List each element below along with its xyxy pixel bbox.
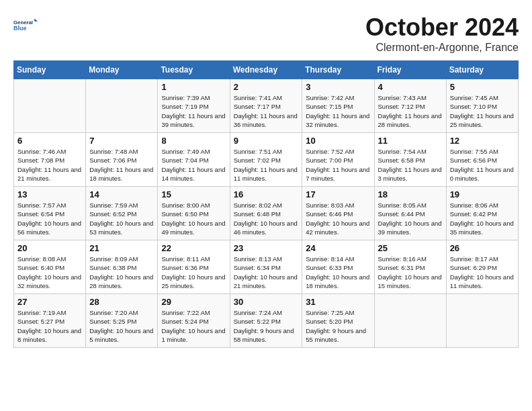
calendar-day-cell: 10Sunrise: 7:52 AM Sunset: 7:00 PM Dayli… — [302, 133, 374, 187]
day-number: 27 — [17, 297, 82, 307]
page-header: General Blue October 2024 Clermont-en-Ar… — [13, 13, 519, 54]
calendar-day-cell: 6Sunrise: 7:46 AM Sunset: 7:08 PM Daylig… — [14, 133, 86, 187]
calendar-header: SundayMondayTuesdayWednesdayThursdayFrid… — [14, 61, 519, 79]
day-info: Sunrise: 8:02 AM Sunset: 6:48 PM Dayligh… — [234, 201, 299, 236]
day-of-week-header: Wednesday — [230, 61, 302, 79]
logo-icon: General Blue — [13, 13, 38, 38]
calendar-week-row: 1Sunrise: 7:39 AM Sunset: 7:19 PM Daylig… — [14, 79, 519, 133]
calendar-day-cell: 8Sunrise: 7:49 AM Sunset: 7:04 PM Daylig… — [158, 133, 230, 187]
calendar-day-cell: 1Sunrise: 7:39 AM Sunset: 7:19 PM Daylig… — [158, 79, 230, 133]
day-info: Sunrise: 8:09 AM Sunset: 6:38 PM Dayligh… — [89, 255, 154, 290]
calendar-day-cell: 7Sunrise: 7:48 AM Sunset: 7:06 PM Daylig… — [86, 133, 158, 187]
calendar-day-cell: 29Sunrise: 7:22 AM Sunset: 5:24 PM Dayli… — [158, 294, 230, 348]
calendar-day-cell: 13Sunrise: 7:57 AM Sunset: 6:54 PM Dayli… — [14, 187, 86, 240]
calendar-day-cell: 27Sunrise: 7:19 AM Sunset: 5:27 PM Dayli… — [14, 294, 86, 348]
day-info: Sunrise: 7:22 AM Sunset: 5:24 PM Dayligh… — [161, 308, 226, 344]
day-number: 4 — [378, 82, 443, 92]
day-number: 1 — [161, 82, 226, 92]
calendar-day-cell: 12Sunrise: 7:55 AM Sunset: 6:56 PM Dayli… — [446, 133, 518, 187]
day-number: 2 — [234, 82, 299, 92]
day-number: 23 — [234, 243, 299, 253]
day-of-week-header: Thursday — [302, 61, 374, 79]
calendar-day-cell: 26Sunrise: 8:17 AM Sunset: 6:29 PM Dayli… — [446, 240, 518, 294]
calendar-day-cell: 3Sunrise: 7:42 AM Sunset: 7:15 PM Daylig… — [302, 79, 374, 133]
day-number: 18 — [378, 189, 443, 199]
day-number: 26 — [450, 243, 515, 253]
day-info: Sunrise: 8:00 AM Sunset: 6:50 PM Dayligh… — [161, 201, 226, 236]
day-info: Sunrise: 7:55 AM Sunset: 6:56 PM Dayligh… — [450, 147, 515, 183]
day-info: Sunrise: 7:46 AM Sunset: 7:08 PM Dayligh… — [17, 147, 82, 183]
location-subtitle: Clermont-en-Argonne, France — [365, 42, 519, 54]
day-info: Sunrise: 7:48 AM Sunset: 7:06 PM Dayligh… — [89, 147, 154, 183]
day-number: 7 — [89, 136, 154, 146]
calendar-day-cell: 20Sunrise: 8:08 AM Sunset: 6:40 PM Dayli… — [14, 240, 86, 294]
day-info: Sunrise: 7:42 AM Sunset: 7:15 PM Dayligh… — [306, 93, 370, 129]
day-info: Sunrise: 7:41 AM Sunset: 7:17 PM Dayligh… — [234, 93, 299, 129]
day-number: 10 — [306, 136, 370, 146]
day-number: 22 — [161, 243, 226, 253]
day-of-week-header: Tuesday — [158, 61, 230, 79]
day-number: 19 — [450, 189, 515, 199]
calendar-day-cell: 11Sunrise: 7:54 AM Sunset: 6:58 PM Dayli… — [374, 133, 446, 187]
day-number: 9 — [234, 136, 299, 146]
day-number: 3 — [306, 82, 370, 92]
day-info: Sunrise: 7:25 AM Sunset: 5:20 PM Dayligh… — [306, 308, 370, 344]
svg-marker-2 — [34, 18, 38, 21]
calendar-day-cell — [14, 79, 86, 133]
calendar-day-cell: 30Sunrise: 7:24 AM Sunset: 5:22 PM Dayli… — [230, 294, 302, 348]
day-of-week-header: Sunday — [14, 61, 86, 79]
calendar-day-cell: 17Sunrise: 8:03 AM Sunset: 6:46 PM Dayli… — [302, 187, 374, 240]
day-info: Sunrise: 8:14 AM Sunset: 6:33 PM Dayligh… — [306, 255, 370, 290]
svg-text:General: General — [13, 19, 33, 26]
day-info: Sunrise: 7:19 AM Sunset: 5:27 PM Dayligh… — [17, 308, 82, 344]
day-of-week-header: Monday — [86, 61, 158, 79]
calendar-day-cell: 2Sunrise: 7:41 AM Sunset: 7:17 PM Daylig… — [230, 79, 302, 133]
day-info: Sunrise: 7:20 AM Sunset: 5:25 PM Dayligh… — [89, 308, 154, 344]
calendar-day-cell: 9Sunrise: 7:51 AM Sunset: 7:02 PM Daylig… — [230, 133, 302, 187]
day-info: Sunrise: 8:05 AM Sunset: 6:44 PM Dayligh… — [378, 201, 443, 236]
title-block: October 2024 Clermont-en-Argonne, France — [365, 13, 519, 54]
day-info: Sunrise: 8:08 AM Sunset: 6:40 PM Dayligh… — [17, 255, 82, 290]
calendar-day-cell: 22Sunrise: 8:11 AM Sunset: 6:36 PM Dayli… — [158, 240, 230, 294]
day-number: 30 — [234, 297, 299, 307]
day-number: 20 — [17, 243, 82, 253]
logo: General Blue — [13, 13, 38, 38]
calendar-day-cell: 15Sunrise: 8:00 AM Sunset: 6:50 PM Dayli… — [158, 187, 230, 240]
day-number: 21 — [89, 243, 154, 253]
calendar-day-cell: 4Sunrise: 7:43 AM Sunset: 7:12 PM Daylig… — [374, 79, 446, 133]
calendar-day-cell: 31Sunrise: 7:25 AM Sunset: 5:20 PM Dayli… — [302, 294, 374, 348]
calendar-week-row: 6Sunrise: 7:46 AM Sunset: 7:08 PM Daylig… — [14, 133, 519, 187]
calendar-day-cell — [86, 79, 158, 133]
day-of-week-header: Friday — [374, 61, 446, 79]
day-number: 29 — [161, 297, 226, 307]
calendar-day-cell: 14Sunrise: 7:59 AM Sunset: 6:52 PM Dayli… — [86, 187, 158, 240]
day-info: Sunrise: 7:57 AM Sunset: 6:54 PM Dayligh… — [17, 201, 82, 236]
day-of-week-header: Saturday — [446, 61, 518, 79]
day-info: Sunrise: 8:16 AM Sunset: 6:31 PM Dayligh… — [378, 255, 443, 290]
calendar-table: SundayMondayTuesdayWednesdayThursdayFrid… — [13, 60, 519, 348]
calendar-day-cell: 19Sunrise: 8:06 AM Sunset: 6:42 PM Dayli… — [446, 187, 518, 240]
calendar-day-cell: 18Sunrise: 8:05 AM Sunset: 6:44 PM Dayli… — [374, 187, 446, 240]
day-info: Sunrise: 7:45 AM Sunset: 7:10 PM Dayligh… — [450, 93, 515, 129]
calendar-day-cell: 16Sunrise: 8:02 AM Sunset: 6:48 PM Dayli… — [230, 187, 302, 240]
svg-text:Blue: Blue — [13, 25, 27, 32]
calendar-day-cell: 5Sunrise: 7:45 AM Sunset: 7:10 PM Daylig… — [446, 79, 518, 133]
day-info: Sunrise: 8:13 AM Sunset: 6:34 PM Dayligh… — [234, 255, 299, 290]
day-info: Sunrise: 8:17 AM Sunset: 6:29 PM Dayligh… — [450, 255, 515, 290]
calendar-day-cell: 21Sunrise: 8:09 AM Sunset: 6:38 PM Dayli… — [86, 240, 158, 294]
day-number: 28 — [89, 297, 154, 307]
day-number: 17 — [306, 189, 370, 199]
calendar-day-cell — [446, 294, 518, 348]
calendar-week-row: 20Sunrise: 8:08 AM Sunset: 6:40 PM Dayli… — [14, 240, 519, 294]
month-title: October 2024 — [365, 13, 519, 42]
calendar-day-cell — [374, 294, 446, 348]
calendar-day-cell: 25Sunrise: 8:16 AM Sunset: 6:31 PM Dayli… — [374, 240, 446, 294]
day-number: 5 — [450, 82, 515, 92]
calendar-day-cell: 28Sunrise: 7:20 AM Sunset: 5:25 PM Dayli… — [86, 294, 158, 348]
day-number: 14 — [89, 189, 154, 199]
day-info: Sunrise: 7:51 AM Sunset: 7:02 PM Dayligh… — [234, 147, 299, 183]
day-number: 8 — [161, 136, 226, 146]
day-number: 15 — [161, 189, 226, 199]
day-info: Sunrise: 7:39 AM Sunset: 7:19 PM Dayligh… — [161, 93, 226, 129]
day-number: 31 — [306, 297, 370, 307]
